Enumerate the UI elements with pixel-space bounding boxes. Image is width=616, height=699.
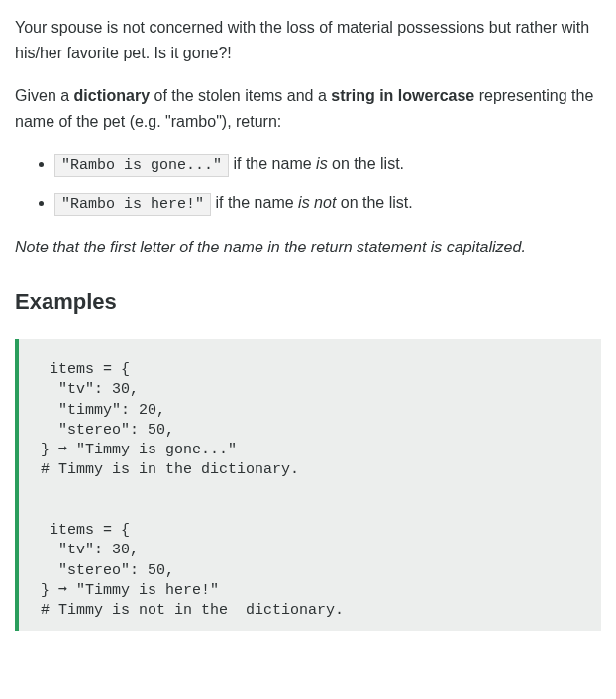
intro-paragraph-1: Your spouse is not concerned with the lo…	[15, 15, 601, 65]
list-item: "Rambo is gone..." if the name is on the…	[54, 151, 601, 178]
emphasis-is: is	[316, 155, 328, 172]
text-fragment: on the list.	[328, 155, 404, 172]
code-here: "Rambo is here!"	[54, 193, 211, 216]
examples-code-block: items = { "tv": 30, "timmy": 20, "stereo…	[15, 339, 601, 631]
note-paragraph: Note that the first letter of the name i…	[15, 235, 601, 260]
code-gone: "Rambo is gone..."	[54, 154, 229, 177]
text-fragment: if the name	[229, 155, 316, 172]
bold-dictionary: dictionary	[74, 87, 150, 104]
bold-string-lowercase: string in lowercase	[331, 87, 474, 104]
text-fragment: Given a	[15, 87, 74, 104]
return-list: "Rambo is gone..." if the name is on the…	[15, 151, 601, 217]
emphasis-is-not: is not	[298, 194, 336, 211]
list-item: "Rambo is here!" if the name is not on t…	[54, 190, 601, 217]
text-fragment: of the stolen items and a	[150, 87, 331, 104]
examples-heading: Examples	[15, 284, 601, 319]
intro-paragraph-2: Given a dictionary of the stolen items a…	[15, 83, 601, 134]
text-fragment: on the list.	[336, 194, 412, 211]
text-fragment: if the name	[211, 194, 298, 211]
